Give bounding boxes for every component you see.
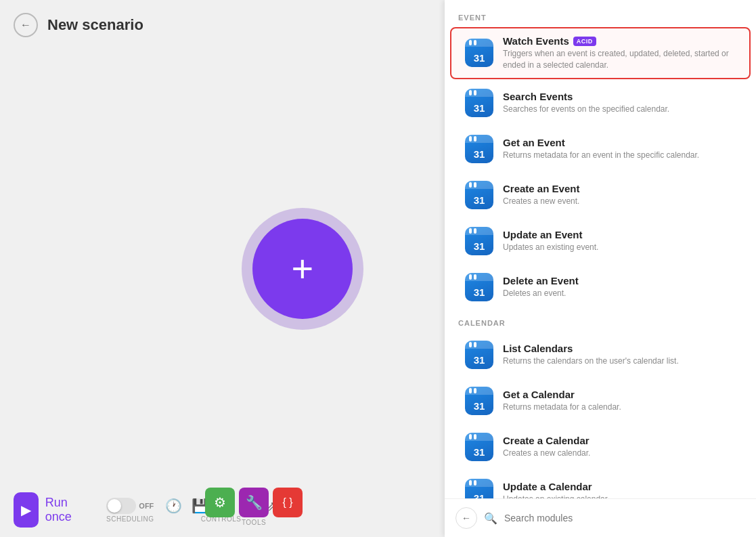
module-name-get-calendar: Get a Calendar [503, 389, 736, 400]
acid-badge-watch-events: ACID [573, 37, 596, 46]
module-desc-update-calendar: Updates an existing calendar. [503, 494, 736, 498]
panel-list: EVENT 31 Watch EventsACIDTriggers when a… [445, 0, 756, 498]
module-item-search-events[interactable]: 31 Search EventsSearches for events on t… [450, 81, 751, 125]
module-desc-delete-event: Deletes an event. [503, 288, 736, 299]
back-icon: ← [20, 19, 31, 31]
tools-icons: ⚙ 🔧 { } [205, 488, 303, 517]
module-item-watch-events[interactable]: 31 Watch EventsACIDTriggers when an even… [450, 27, 751, 79]
module-icon-delete-event: 31 [465, 273, 493, 301]
add-icon: + [252, 219, 353, 319]
module-icon-create-event: 31 [465, 181, 493, 209]
add-button-container: + [242, 208, 363, 330]
module-icon-get-event: 31 [465, 135, 493, 163]
tool-code-button[interactable]: { } [273, 488, 303, 517]
tools-label: TOOLS [242, 519, 266, 526]
panel-back-button[interactable]: ← [455, 507, 477, 529]
module-icon-create-calendar: 31 [465, 433, 493, 461]
module-icon-watch-events: 31 [465, 39, 493, 67]
module-item-get-calendar[interactable]: 31 Get a CalendarReturns metadata for a … [450, 379, 751, 423]
module-desc-update-event: Updates an existing event. [503, 242, 736, 253]
module-item-list-calendars[interactable]: 31 List CalendarsReturns the calendars o… [450, 332, 751, 377]
module-desc-search-events: Searches for events on the specified cal… [503, 104, 736, 115]
module-item-update-calendar[interactable]: 31 Update a CalendarUpdates an existing … [450, 471, 751, 498]
module-desc-create-calendar: Creates a new calendar. [503, 448, 736, 459]
back-button[interactable]: ← [14, 13, 38, 37]
scheduling-toggle[interactable] [106, 498, 136, 514]
module-desc-watch-events: Triggers when an event is created, updat… [503, 48, 736, 71]
module-name-list-calendars: List Calendars [503, 343, 736, 354]
scheduling-controls: OFF [106, 498, 154, 514]
panel-search: ← 🔍 [445, 498, 756, 537]
module-item-create-calendar[interactable]: 31 Create a CalendarCreates a new calend… [450, 425, 751, 469]
module-name-search-events: Search Events [503, 91, 736, 102]
tool-wrench-button[interactable]: 🔧 [239, 488, 269, 517]
module-desc-get-event: Returns metadata for an event in the spe… [503, 150, 736, 161]
module-item-update-event[interactable]: 31 Update an EventUpdates an existing ev… [450, 219, 751, 263]
clock-icon[interactable]: 🕐 [165, 498, 182, 514]
module-icon-update-event: 31 [465, 227, 493, 255]
tool-settings-button[interactable]: ⚙ [205, 488, 235, 517]
page-title: New scenario [47, 16, 143, 34]
module-item-delete-event[interactable]: 31 Delete an EventDeletes an event. [450, 265, 751, 309]
add-module-button[interactable]: + [242, 208, 363, 330]
module-icon-search-events: 31 [465, 89, 493, 117]
module-name-delete-event: Delete an Event [503, 275, 736, 286]
module-name-create-calendar: Create a Calendar [503, 435, 736, 446]
module-desc-list-calendars: Returns the calendars on the user's cale… [503, 356, 736, 367]
module-name-get-event: Get an Event [503, 137, 736, 148]
search-input[interactable] [504, 513, 745, 523]
module-icon-update-calendar: 31 [465, 479, 493, 498]
scheduling-label: SCHEDULING [106, 515, 154, 523]
section-header-event: EVENT [445, 5, 756, 26]
module-name-update-event: Update an Event [503, 229, 736, 240]
right-panel: EVENT 31 Watch EventsACIDTriggers when a… [445, 0, 756, 537]
module-desc-create-event: Creates a new event. [503, 196, 736, 207]
run-once-button[interactable]: ▶ Run once [14, 492, 82, 528]
tools-group: ⚙ 🔧 { } TOOLS [205, 488, 303, 526]
section-header-calendar: CALENDAR [445, 311, 756, 331]
toggle-off-label: OFF [139, 502, 154, 510]
search-icon: 🔍 [484, 512, 497, 525]
module-icon-get-calendar: 31 [465, 387, 493, 415]
module-item-get-event[interactable]: 31 Get an EventReturns metadata for an e… [450, 127, 751, 171]
module-name-update-calendar: Update a Calendar [503, 481, 736, 492]
module-desc-get-calendar: Returns metadata for a calendar. [503, 402, 736, 413]
module-icon-list-calendars: 31 [465, 341, 493, 369]
module-name-watch-events: Watch EventsACID [503, 35, 736, 47]
module-name-create-event: Create an Event [503, 183, 736, 194]
run-once-label: Run once [45, 496, 82, 524]
module-item-create-event[interactable]: 31 Create an EventCreates a new event. [450, 173, 751, 217]
run-icon: ▶ [14, 492, 39, 528]
